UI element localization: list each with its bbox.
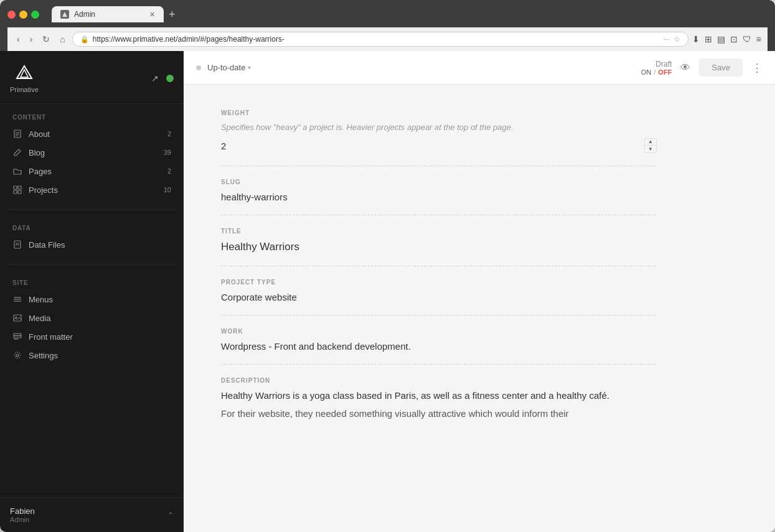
close-button[interactable] <box>7 11 16 19</box>
minimize-button[interactable] <box>19 11 27 19</box>
logo-icon <box>14 63 34 83</box>
slug-label: SLUG <box>221 179 657 185</box>
weight-field: WEIGHT Specifies how "heavy" a project i… <box>221 97 657 166</box>
sidebar-actions: ↗ <box>151 73 174 83</box>
description-label: DESCRIPTION <box>221 377 657 384</box>
user-info: Fabien Admin <box>10 506 35 523</box>
project-type-value[interactable]: Corporate website <box>221 292 657 302</box>
more-options-button[interactable]: ⋮ <box>751 61 763 75</box>
sidebar-item-front-matter[interactable]: Front matter <box>7 327 176 346</box>
svg-rect-10 <box>18 190 21 194</box>
work-value[interactable]: Wordpress - Front and backend developmen… <box>221 341 657 352</box>
draft-off-text: OFF <box>658 68 672 76</box>
draft-on-text: ON <box>641 68 652 76</box>
svg-point-22 <box>16 354 19 357</box>
about-label: About <box>29 129 161 139</box>
draft-area: Draft ON / OFF <box>641 60 672 76</box>
description-field: DESCRIPTION Healthy Warriors is a yoga c… <box>221 365 657 431</box>
save-button[interactable]: Save <box>699 58 743 77</box>
weight-hint: Specifies how "heavy" a project is. Heav… <box>221 123 657 132</box>
sidebar-item-pages[interactable]: Pages 2 <box>7 162 176 180</box>
forward-button[interactable]: › <box>27 32 36 46</box>
svg-marker-0 <box>62 12 67 17</box>
description-extra[interactable]: For their website, they needed something… <box>221 408 657 419</box>
sidebar-item-projects[interactable]: Projects 10 <box>7 180 176 199</box>
topbar-right: Draft ON / OFF 👁 Save ⋮ <box>641 58 763 77</box>
reader-icon[interactable]: ▤ <box>717 34 725 44</box>
list-icon <box>12 332 22 342</box>
shield-icon[interactable]: 🛡 <box>743 34 751 44</box>
weight-stepper[interactable]: ▲ ▼ <box>644 138 657 153</box>
menu-icon[interactable]: ≡ <box>756 34 761 44</box>
weight-decrement-button[interactable]: ▼ <box>644 146 657 153</box>
project-type-field: PROJECT TYPE Corporate website <box>221 266 657 315</box>
weight-value[interactable]: 2 <box>221 141 639 151</box>
status-dot-icon <box>196 65 201 70</box>
tab-close-button[interactable]: ✕ <box>149 11 155 19</box>
menus-label: Menus <box>29 295 171 304</box>
status-circle-icon <box>166 75 174 82</box>
draft-toggle: ON / OFF <box>641 68 672 76</box>
main-content: Up-to-date ▾ Draft ON / OFF 👁 Save <box>184 51 775 532</box>
topbar: Up-to-date ▾ Draft ON / OFF 👁 Save <box>184 51 775 85</box>
sidebar: Primative ↗ CONTENT About 2 <box>0 51 184 532</box>
sidebar-item-data-files[interactable]: Data Files <box>7 235 176 254</box>
bookmarks-icon[interactable]: ⊞ <box>705 34 712 44</box>
new-tab-button[interactable]: + <box>166 6 178 22</box>
site-section: SITE Menus Media Fro <box>0 269 184 370</box>
work-label: WORK <box>221 328 657 335</box>
status-label[interactable]: Up-to-date ▾ <box>207 63 251 72</box>
sidebar-item-blog[interactable]: Blog 39 <box>7 143 176 162</box>
pages-badge: 2 <box>167 167 171 175</box>
description-value[interactable]: Healthy Warriors is a yoga class based i… <box>221 390 657 401</box>
sidebar-divider-2 <box>7 264 176 264</box>
slug-field: SLUG healthy-warriors <box>221 166 657 215</box>
sidebar-item-menus[interactable]: Menus <box>7 290 176 309</box>
sidebar-item-settings[interactable]: Settings <box>7 346 176 365</box>
weight-label: WEIGHT <box>221 110 657 116</box>
external-link-icon[interactable]: ↗ <box>151 73 159 83</box>
content-area[interactable]: WEIGHT Specifies how "heavy" a project i… <box>184 85 775 532</box>
settings-gear-icon <box>12 350 22 360</box>
data-file-icon <box>12 240 22 250</box>
data-section: DATA Data Files <box>0 215 184 259</box>
blog-badge: 39 <box>164 149 171 156</box>
settings-label: Settings <box>29 351 171 360</box>
file-icon <box>12 129 22 139</box>
tab-title: Admin <box>74 10 95 19</box>
extensions-icon[interactable]: ⊡ <box>730 34 738 44</box>
maximize-button[interactable] <box>31 11 39 19</box>
work-field: WORK Wordpress - Front and backend devel… <box>221 315 657 365</box>
user-menu-chevron-icon[interactable]: ⌃ <box>167 511 174 520</box>
title-value[interactable]: Healthy Warriors <box>221 241 657 253</box>
menu-lines-icon <box>12 294 22 304</box>
title-field: TITLE Healthy Warriors <box>221 215 657 266</box>
image-icon <box>12 313 22 323</box>
back-button[interactable]: ‹ <box>14 32 23 46</box>
svg-rect-9 <box>14 190 17 194</box>
slug-value[interactable]: healthy-warriors <box>221 192 657 202</box>
user-role: Admin <box>10 516 35 523</box>
data-files-label: Data Files <box>29 240 171 250</box>
preview-eye-button[interactable]: 👁 <box>680 62 690 73</box>
browser-tab[interactable]: Admin ✕ <box>52 6 164 22</box>
pages-label: Pages <box>29 167 161 176</box>
home-button[interactable]: ⌂ <box>57 32 68 46</box>
title-label: TITLE <box>221 228 657 235</box>
sidebar-divider-1 <box>7 209 176 210</box>
reload-button[interactable]: ↻ <box>39 32 53 46</box>
content-section: CONTENT About 2 Blog 39 <box>0 104 184 204</box>
download-icon[interactable]: ⬇ <box>692 34 700 44</box>
weight-increment-button[interactable]: ▲ <box>644 138 657 146</box>
logo-area: Primative <box>10 63 39 93</box>
folder-icon <box>12 166 22 176</box>
logo-text: Primative <box>10 86 39 93</box>
sidebar-item-media[interactable]: Media <box>7 309 176 327</box>
sidebar-item-about[interactable]: About 2 <box>7 124 176 143</box>
status-chevron-icon: ▾ <box>248 64 251 71</box>
address-bar[interactable]: 🔒 https://www.primative.net/admin/#/page… <box>72 32 688 47</box>
username: Fabien <box>10 506 35 516</box>
blog-label: Blog <box>29 148 157 157</box>
data-section-label: DATA <box>7 225 176 231</box>
weight-input-area: 2 ▲ ▼ <box>221 138 657 153</box>
